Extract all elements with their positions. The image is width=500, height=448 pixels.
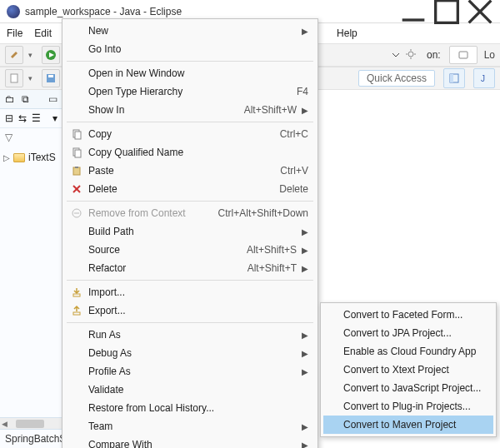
menu-item-copy[interactable]: CopyCtrl+C	[65, 125, 315, 143]
svg-rect-11	[11, 74, 18, 82]
submenu-arrow-icon: ▶	[297, 367, 308, 376]
submenu-item-convert-to-xtext-project[interactable]: Convert to Xtext Project	[323, 361, 493, 379]
window-title: sample_workspace - Java - Eclipse	[25, 6, 397, 17]
package-explorer: 🗀 ⧉ ▭ ⊟ ⇆ ☰ ▾ ▽ ▷ iTextS ◀ SpringBatchSa	[0, 90, 63, 448]
menu-item-label: Validate	[85, 384, 308, 396]
view-menu-icon[interactable]: ▾	[52, 112, 58, 124]
project-tree: ▷ iTextS	[0, 147, 62, 417]
submenu-item-convert-to-plug-in-projects[interactable]: Convert to Plug-in Projects...	[323, 397, 493, 416]
submenu-item-convert-to-faceted-form[interactable]: Convert to Faceted Form...	[323, 306, 493, 324]
run-icon[interactable]	[42, 46, 60, 64]
menu-item-open-type-hierarchy[interactable]: Open Type HierarchyF4	[65, 82, 315, 101]
menu-item-show-in[interactable]: Show InAlt+Shift+W▶	[65, 101, 315, 119]
menu-item-open-in-new-window[interactable]: Open in New Window	[65, 64, 315, 82]
menu-item-compare-with[interactable]: Compare With▶	[65, 436, 315, 448]
menu-item-delete[interactable]: DeleteDelete	[65, 180, 315, 198]
menu-item-debug-as[interactable]: Debug As▶	[65, 344, 315, 362]
link-editor-icon[interactable]: ⇆	[18, 112, 27, 124]
menu-hotkey: Alt+Shift+S	[242, 244, 297, 256]
submenu-item-convert-to-jpa-project[interactable]: Convert to JPA Project...	[323, 324, 493, 342]
menu-help[interactable]: Help	[337, 27, 358, 39]
tab-icon-hierarchy[interactable]: ⧉	[22, 93, 29, 105]
svg-rect-10	[459, 52, 468, 58]
menu-item-label: Show In	[85, 104, 239, 116]
perspective-open-icon[interactable]	[443, 68, 465, 88]
menu-item-export[interactable]: Export...	[65, 301, 315, 320]
svg-rect-29	[73, 294, 80, 296]
sidebar-hscrollbar[interactable]: ◀	[0, 417, 62, 429]
menu-item-profile-as[interactable]: Profile As▶	[65, 362, 315, 381]
menu-file[interactable]: File	[7, 27, 22, 39]
tab-icon[interactable]: 🗀	[5, 93, 15, 105]
chevron-right-icon[interactable]: ▷	[3, 153, 10, 162]
menu-item-label: Debug As	[85, 347, 297, 359]
bottom-tab[interactable]: SpringBatchSa	[0, 429, 62, 448]
project-label: iTextS	[28, 152, 56, 163]
submenu-item-enable-as-cloud-foundry-app[interactable]: Enable as Cloud Foundry App	[323, 342, 493, 361]
submenu-arrow-icon: ▶	[297, 422, 308, 431]
remove-icon	[68, 207, 85, 219]
nav-down-icon[interactable]: ▽	[5, 132, 12, 143]
target-select[interactable]	[449, 46, 478, 64]
menu-item-label: Source	[85, 244, 242, 256]
tree-item-project[interactable]: ▷ iTextS	[3, 150, 59, 165]
menu-item-build-path[interactable]: Build Path▶	[65, 222, 315, 241]
menu-hotkey: Ctrl+V	[275, 165, 308, 177]
save-icon[interactable]	[42, 69, 60, 87]
close-button[interactable]	[463, 2, 497, 22]
menu-separator	[67, 122, 313, 122]
delete-icon	[68, 183, 85, 195]
filter-icon[interactable]: ☰	[32, 112, 41, 124]
submenu-arrow-icon: ▶	[297, 331, 308, 340]
menu-item-import[interactable]: Import...	[65, 283, 315, 301]
launch-dropdown-clipped[interactable]: Lo	[484, 49, 495, 61]
sidebar-tabs: 🗀 ⧉ ▭	[0, 90, 62, 109]
menu-hotkey: Alt+Shift+T	[242, 262, 297, 274]
eclipse-icon	[7, 5, 20, 18]
gear-icon[interactable]	[405, 48, 417, 62]
menu-item-label: Copy Qualified Name	[85, 147, 308, 158]
menu-item-label: Remove from Context	[85, 207, 213, 219]
scroll-thumb[interactable]	[16, 420, 44, 428]
submenu-item-convert-to-maven-project[interactable]: Convert to Maven Project	[323, 416, 493, 434]
quick-access[interactable]: Quick Access	[358, 70, 435, 87]
menu-item-restore-from-local-history[interactable]: Restore from Local History...	[65, 399, 315, 417]
menu-item-label: Export...	[85, 305, 308, 316]
menu-separator	[67, 61, 313, 62]
chevron-down-icon[interactable]	[392, 51, 400, 59]
menu-item-copy-qualified-name[interactable]: Copy Qualified Name	[65, 143, 315, 162]
menu-item-refactor[interactable]: RefactorAlt+Shift+T▶	[65, 259, 315, 277]
menu-item-label: Team	[85, 421, 297, 432]
menu-item-paste[interactable]: PasteCtrl+V	[65, 162, 315, 180]
sidebar-minimize-icon[interactable]: ▭	[48, 93, 58, 105]
menu-item-run-as[interactable]: Run As▶	[65, 326, 315, 344]
menu-item-go-into[interactable]: Go Into	[65, 40, 315, 58]
submenu-arrow-icon: ▶	[297, 106, 308, 115]
maximize-button[interactable]	[430, 2, 463, 22]
menu-hotkey: Delete	[274, 183, 308, 195]
menu-item-label: Profile As	[85, 366, 297, 377]
import-icon	[68, 286, 85, 298]
collapse-all-icon[interactable]: ⊟	[5, 112, 13, 124]
menu-item-label: New	[85, 25, 297, 37]
menu-item-validate[interactable]: Validate	[65, 381, 315, 399]
submenu-item-convert-to-javascript-project[interactable]: Convert to JavaScript Project...	[323, 379, 493, 397]
context-menu: New▶Go IntoOpen in New WindowOpen Type H…	[62, 18, 318, 448]
menu-item-new[interactable]: New▶	[65, 22, 315, 40]
dropdown-icon[interactable]: ▾	[28, 51, 37, 59]
svg-text:J: J	[481, 74, 485, 83]
menu-item-team[interactable]: Team▶	[65, 417, 315, 436]
menu-edit[interactable]: Edit	[34, 27, 52, 39]
submenu-arrow-icon: ▶	[297, 441, 308, 449]
svg-rect-13	[48, 75, 53, 77]
menu-item-label: Refactor	[85, 262, 242, 274]
menu-item-source[interactable]: SourceAlt+Shift+S▶	[65, 241, 315, 259]
bottom-tab-label: SpringBatchSa	[5, 433, 62, 445]
new-icon[interactable]	[5, 69, 23, 87]
perspective-java-icon[interactable]: J	[473, 68, 495, 88]
dropdown-icon[interactable]: ▾	[28, 74, 37, 82]
hammer-icon[interactable]	[5, 46, 23, 64]
scroll-left-icon[interactable]: ◀	[2, 420, 8, 428]
svg-rect-20	[75, 132, 81, 139]
minimize-button[interactable]	[397, 2, 430, 22]
